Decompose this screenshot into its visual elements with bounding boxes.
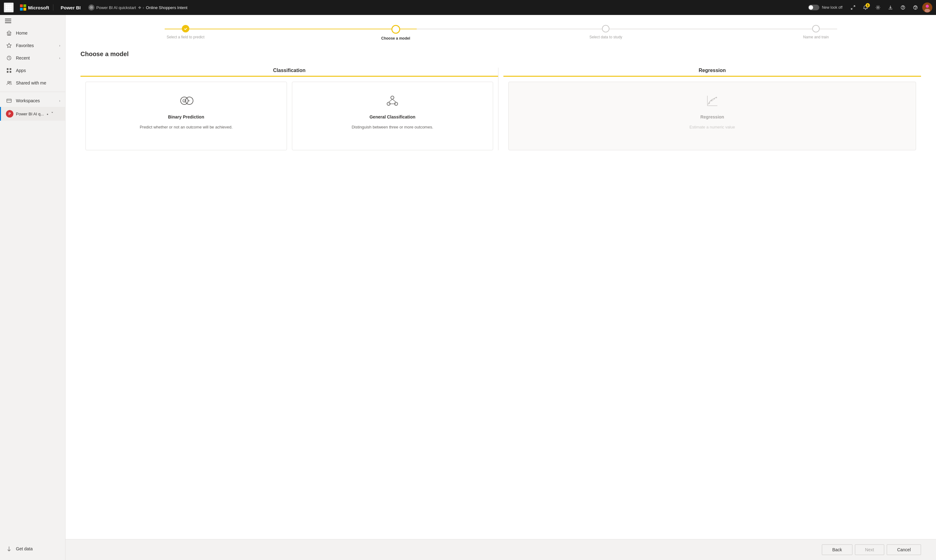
general-classification-card[interactable]: General Classification Distinguish betwe… (292, 82, 493, 150)
apps-label: Apps (16, 68, 60, 73)
content-area: Select a field to predict Choose a model… (66, 15, 936, 560)
sidebar-item-get-data[interactable]: Get data (0, 543, 65, 555)
step-circle-3 (602, 25, 610, 32)
new-look-toggle[interactable]: New look off (808, 5, 842, 10)
get-data-label: Get data (16, 546, 60, 551)
svg-rect-0 (6, 5, 8, 6)
classification-header: Classification (80, 68, 498, 77)
expand-button[interactable] (847, 2, 859, 13)
toggle-knob (809, 5, 813, 10)
sidebar-item-favorites[interactable]: Favorites › (0, 39, 65, 52)
svg-rect-7 (8, 9, 10, 10)
svg-point-38 (391, 96, 394, 99)
brand-name: Microsoft (28, 5, 49, 10)
svg-rect-2 (10, 5, 12, 6)
notifications-button[interactable]: 1 (860, 2, 871, 13)
settings-button[interactable] (872, 2, 884, 13)
step-label-4: Name and train (803, 35, 829, 39)
svg-rect-31 (10, 71, 11, 73)
svg-point-33 (10, 82, 11, 83)
topbar: Microsoft Power BI Power BI AI quickstar… (0, 0, 936, 15)
regression-model-card: Regression Estimate a numeric value (508, 82, 916, 150)
svg-point-14 (878, 7, 879, 8)
toggle-switch[interactable] (808, 5, 819, 10)
get-data-icon (6, 546, 12, 552)
svg-point-21 (924, 9, 930, 12)
cancel-button[interactable]: Cancel (887, 545, 921, 555)
svg-rect-8 (10, 9, 12, 10)
star-icon (6, 42, 12, 49)
wizard-stepper: Select a field to predict Choose a model… (80, 25, 921, 40)
recent-chevron: › (59, 57, 60, 60)
brand-logo[interactable]: Microsoft (20, 5, 49, 11)
workspace-diamond-icon: ⬥ (46, 112, 49, 116)
svg-rect-5 (10, 7, 12, 8)
workspace-chevron: ˅ (51, 111, 53, 116)
svg-point-50 (709, 102, 710, 103)
svg-rect-28 (7, 68, 8, 70)
svg-rect-11 (20, 8, 23, 11)
svg-rect-1 (8, 5, 10, 6)
notifications-badge: 1 (865, 3, 870, 8)
svg-point-32 (8, 82, 9, 83)
regression-icon (704, 92, 721, 109)
breadcrumb-quickstart[interactable]: Power BI AI quickstart (96, 5, 136, 10)
svg-line-41 (389, 99, 393, 102)
app-name: Power BI (61, 5, 81, 10)
svg-rect-23 (5, 21, 11, 21)
step-label-3: Select data to study (590, 35, 622, 39)
workspace-label: Power BI AI q... (16, 112, 44, 116)
main-layout: Home Favorites › Recent › Apps (0, 15, 936, 560)
next-button[interactable]: Next (855, 545, 885, 555)
classification-icon (383, 92, 401, 109)
svg-point-47 (711, 100, 712, 102)
workspace-avatar: P (6, 110, 14, 118)
svg-rect-22 (5, 19, 11, 19)
sidebar-divider (0, 92, 65, 92)
svg-rect-34 (7, 99, 11, 103)
binary-prediction-desc: Predict whether or not an outcome will b… (140, 125, 232, 130)
step-select-data: Select data to study (501, 25, 711, 39)
home-icon (6, 30, 12, 36)
sidebar-toggle-button[interactable] (0, 15, 65, 27)
sidebar-bottom: Get data (0, 538, 65, 560)
step-select-field: Select a field to predict (80, 25, 291, 39)
models-section: Classification (80, 68, 921, 150)
stepper-steps: Select a field to predict Choose a model… (80, 25, 921, 40)
breadcrumb: Power BI AI quickstart ❖ › Online Shoppe… (88, 5, 806, 11)
sidebar-item-powerbi-workspace[interactable]: P Power BI AI q... ⬥ ˅ (0, 107, 65, 121)
sidebar-item-apps[interactable]: Apps (0, 64, 65, 77)
wizard-footer: Back Next Cancel (66, 539, 936, 560)
sidebar-item-workspaces[interactable]: Workspaces › (0, 94, 65, 107)
svg-rect-10 (23, 5, 26, 7)
binary-prediction-card[interactable]: Binary Prediction Predict whether or not… (85, 82, 287, 150)
svg-line-42 (393, 99, 396, 102)
svg-rect-30 (7, 71, 8, 73)
step-label-1: Select a field to predict (166, 35, 204, 39)
apps-icon (6, 67, 12, 74)
user-avatar[interactable] (922, 3, 932, 12)
breadcrumb-separator: ❖ › (138, 5, 144, 10)
feedback-button[interactable] (910, 2, 921, 13)
waffle-menu-button[interactable] (4, 3, 14, 12)
sidebar-item-recent[interactable]: Recent › (0, 52, 65, 64)
wizard-container: Select a field to predict Choose a model… (66, 15, 936, 539)
download-button[interactable] (885, 2, 896, 13)
svg-rect-4 (8, 7, 10, 8)
general-classification-desc: Distinguish between three or more outcom… (351, 125, 433, 130)
favorites-label: Favorites (16, 43, 55, 48)
sidebar-item-shared[interactable]: Shared with me (0, 77, 65, 89)
help-button[interactable] (898, 2, 908, 13)
recent-label: Recent (16, 55, 55, 60)
regression-model-title: Regression (700, 114, 724, 119)
step-circle-1 (182, 25, 189, 32)
svg-point-48 (714, 98, 715, 100)
back-button[interactable]: Back (822, 545, 852, 555)
svg-rect-9 (20, 5, 23, 7)
app-name-section: Power BI (57, 5, 85, 10)
step-choose-model: Choose a model (291, 25, 501, 40)
svg-point-16 (903, 9, 903, 9)
svg-point-49 (716, 97, 717, 98)
svg-rect-6 (6, 9, 8, 10)
sidebar-item-home[interactable]: Home (0, 27, 65, 39)
